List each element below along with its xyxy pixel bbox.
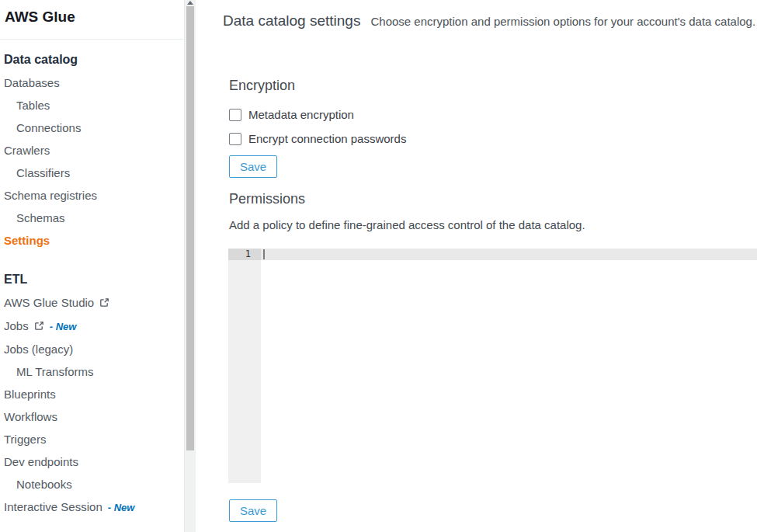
metadata-encryption-row: Metadata encryption: [229, 108, 757, 121]
sidebar-item-aws-glue-studio[interactable]: AWS Glue Studio: [0, 291, 184, 315]
encrypt-passwords-row: Encrypt connection passwords: [229, 132, 757, 145]
permissions-description: Add a policy to define fine-grained acce…: [229, 218, 757, 231]
policy-editor[interactable]: 1: [228, 249, 757, 483]
sidebar-item-dev-endpoints[interactable]: Dev endpoints: [0, 450, 184, 473]
encryption-heading: Encryption: [229, 78, 757, 93]
main-content: Data catalog settings Choose encryption …: [196, 0, 757, 532]
external-link-icon: [34, 315, 44, 338]
permissions-save-button[interactable]: Save: [229, 499, 277, 522]
sidebar-item-schemas[interactable]: Schemas: [0, 207, 184, 229]
sidebar-scrollbar[interactable]: [184, 0, 196, 532]
sidebar-item-triggers[interactable]: Triggers: [0, 428, 184, 450]
sidebar-item-interactive-session[interactable]: Interactive Session- New: [0, 495, 184, 519]
sidebar-item-blueprints[interactable]: Blueprints: [0, 383, 184, 405]
new-badge: - New: [50, 321, 77, 332]
sidebar-item-notebooks[interactable]: Notebooks: [0, 473, 184, 495]
scrollbar-thumb[interactable]: [186, 6, 194, 450]
encrypt-passwords-label: Encrypt connection passwords: [248, 132, 406, 145]
sidebar-section-etl: ETL: [0, 273, 184, 287]
encryption-save-button[interactable]: Save: [229, 155, 277, 178]
sidebar-item-label: Interactive Session: [4, 500, 102, 513]
editor-active-line[interactable]: 1: [228, 249, 757, 260]
metadata-encryption-label: Metadata encryption: [248, 108, 354, 121]
sidebar-item-label: Jobs: [4, 319, 29, 332]
sidebar-item-settings[interactable]: Settings: [0, 229, 184, 252]
sidebar-item-databases[interactable]: Databases: [0, 71, 184, 94]
sidebar-item-tables[interactable]: Tables: [0, 94, 184, 116]
sidebar-divider: [0, 39, 184, 40]
new-badge: - New: [108, 502, 135, 513]
external-link-icon: [99, 292, 109, 315]
page-title: Data catalog settings: [223, 12, 360, 30]
sidebar-item-ml-transforms[interactable]: ML Transforms: [0, 360, 184, 383]
app-title: AWS Glue: [0, 7, 184, 27]
permissions-heading: Permissions: [229, 191, 757, 207]
text-cursor: [263, 249, 265, 259]
sidebar-item-workflows[interactable]: Workflows: [0, 405, 184, 428]
sidebar-item-jobs[interactable]: Jobs- New: [0, 315, 184, 338]
page-description: Choose encryption and permission options…: [370, 15, 755, 28]
encrypt-passwords-checkbox[interactable]: [229, 133, 241, 145]
sidebar-item-connections[interactable]: Connections: [0, 116, 184, 139]
sidebar: AWS Glue Data catalog Databases Tables C…: [0, 0, 184, 532]
sidebar-item-classifiers[interactable]: Classifiers: [0, 162, 184, 184]
page-header: Data catalog settings Choose encryption …: [223, 12, 757, 30]
sidebar-item-crawlers[interactable]: Crawlers: [0, 139, 184, 162]
metadata-encryption-checkbox[interactable]: [229, 109, 241, 121]
editor-line-number: 1: [228, 249, 261, 260]
encryption-section: Encryption Metadata encryption Encrypt c…: [223, 78, 757, 522]
scroll-up-arrow-icon[interactable]: [187, 1, 193, 5]
sidebar-item-schema-registries[interactable]: Schema registries: [0, 184, 184, 207]
sidebar-section-data-catalog: Data catalog: [0, 53, 184, 67]
editor-gutter: [228, 260, 261, 483]
sidebar-item-jobs-legacy[interactable]: Jobs (legacy): [0, 338, 184, 360]
sidebar-item-label: AWS Glue Studio: [4, 296, 94, 309]
